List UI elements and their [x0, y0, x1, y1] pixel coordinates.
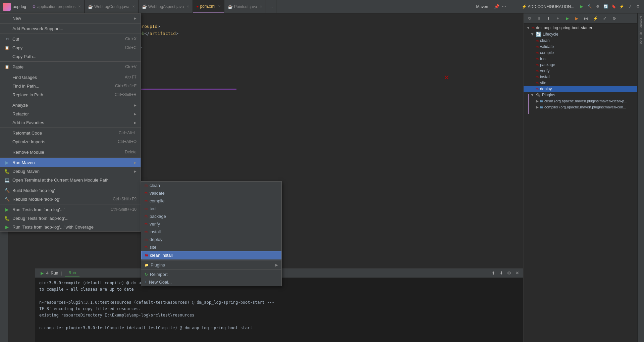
maven-plugin-clean[interactable]: ▶ m clean (org.apache.maven.plugins:mave…	[524, 98, 637, 104]
scroll-up-icon[interactable]: ⬆	[490, 270, 496, 277]
tab-bar: ⚙ application.properties ✕ ☕ WebLogConfi…	[29, 0, 516, 13]
separator-9	[0, 185, 141, 185]
menu-item-run-tests-coverage[interactable]: ▶ Run 'Tests from 'aop-log'...' with Cov…	[0, 223, 141, 231]
maven-goal-test[interactable]: m test	[141, 205, 281, 212]
close-tab-0[interactable]: ✕	[78, 5, 81, 8]
menu-item-build-module[interactable]: 🔨 Build Module 'aop-log'	[0, 186, 141, 195]
maven-lifecycle-group[interactable]: ▼ 🔄 Lifecycle	[524, 31, 637, 38]
console-output: gin:3.8.0:compile (default-compile) @ dm…	[35, 278, 523, 342]
tab-pom-xml[interactable]: ● pom.xml ✕	[193, 0, 224, 13]
menu-item-new[interactable]: New ▶	[0, 14, 141, 22]
maven-goal-validate[interactable]: m validate	[141, 189, 281, 197]
maven-lifecycle-compile[interactable]: m compile	[524, 50, 637, 56]
scroll-down-icon[interactable]: ⬇	[498, 270, 504, 277]
menu-item-debug-maven[interactable]: 🐛 Debug Maven ▶	[0, 167, 141, 176]
menu-item-find-path[interactable]: Find in Path... Ctrl+Shift+F	[0, 82, 141, 90]
maven-goal-compile[interactable]: m compile	[141, 197, 281, 205]
add-configuration-button[interactable]: ⚡ ADD CONFIGURATION...	[519, 3, 577, 10]
maven-plugins-item[interactable]: 📁 Plugins ▶	[141, 261, 281, 269]
menu-item-find-usages[interactable]: Find Usages Alt+F7	[0, 73, 141, 82]
maven-goal-verify[interactable]: m verify	[141, 220, 281, 228]
maven-lifecycle-test[interactable]: m test	[524, 56, 637, 62]
menu-item-optimize[interactable]: Optimize Imports Ctrl+Alt+O	[0, 137, 141, 146]
lightning-icon[interactable]: ⚡	[619, 3, 625, 10]
run-button[interactable]: ▶	[578, 3, 585, 10]
menu-item-open-terminal[interactable]: 💻 Open Terminal at the Current Maven Mod…	[0, 176, 141, 184]
menu-item-framework[interactable]: Add Framework Support...	[0, 24, 141, 33]
maven-plugins-group[interactable]: ▼ 🔌 Plugins	[524, 92, 637, 98]
maven-download-icon[interactable]: ⬇	[536, 15, 542, 22]
maven-goal-package[interactable]: m package	[141, 212, 281, 220]
close-tab-1[interactable]: ✕	[132, 5, 135, 8]
tab-more[interactable]: ...	[266, 0, 276, 13]
maven-run-icon[interactable]: ▶	[564, 15, 571, 22]
bookmark-icon[interactable]: 🔖	[610, 3, 617, 10]
menu-item-replace-path[interactable]: Replace in Path... Ctrl+Shift+R	[0, 90, 141, 99]
menu-item-paste[interactable]: 📋 Paste Ctrl+V	[0, 62, 141, 71]
tab-maven[interactable]: Maven	[473, 0, 492, 13]
menu-item-analyze[interactable]: Analyze ▶	[0, 101, 141, 109]
tab-weblogaspect[interactable]: ☕ WebLogAspect.java ✕	[139, 0, 193, 13]
close-panel-icon[interactable]: —	[508, 3, 515, 10]
maven-run-debug-icon[interactable]: ▶	[573, 15, 580, 22]
maven-skip-icon[interactable]: ⏭	[583, 15, 589, 22]
maven-download-src-icon[interactable]: ⬇	[545, 15, 552, 22]
maven-settings-icon[interactable]: ⚙	[611, 15, 618, 22]
maven-goal-deploy[interactable]: m deploy	[141, 236, 281, 243]
remote-host-icon[interactable]: Remote	[639, 16, 643, 28]
console-line-5: existing resourceDirectory E:\Example\ao…	[39, 312, 519, 319]
pin-icon[interactable]: 📌	[493, 3, 500, 10]
menu-item-refactor[interactable]: Refactor ▶	[0, 109, 141, 118]
tab-application-properties[interactable]: ⚙ application.properties ✕	[29, 0, 85, 13]
maven-lifecycle-validate[interactable]: m validate	[524, 44, 637, 50]
maven-toggle-icon[interactable]: ⚡	[592, 15, 599, 22]
maven-expand-icon[interactable]: ⤢	[601, 15, 608, 22]
maven-lifecycle-site[interactable]: m site	[524, 80, 637, 86]
run-number: 4: Run	[46, 271, 58, 276]
maven-goal-clean[interactable]: m clean	[141, 182, 281, 189]
maven-sync-icon[interactable]: ↻	[526, 15, 533, 22]
maven-project-root[interactable]: ▼ m dm_aop_log-spring-boot-starter	[524, 25, 637, 31]
build-icon[interactable]: 🔨	[586, 3, 593, 10]
filter-icon[interactable]: ⚙	[506, 270, 513, 277]
menu-item-cut[interactable]: ✂ Cut Ctrl+X	[0, 35, 141, 43]
tab-weblogconfig[interactable]: ☕ WebLogConfig.java ✕	[85, 0, 139, 13]
ellipsis-icon[interactable]: ⋯	[501, 3, 507, 10]
maven-goal-clean-install[interactable]: m clean install	[141, 251, 281, 259]
context-menu: New ▶ Add Framework Support... ✂ Cut Ctr…	[0, 13, 141, 232]
settings-icon[interactable]: ⚙	[594, 3, 601, 10]
close-bottom-icon[interactable]: ✕	[514, 270, 521, 277]
menu-item-favorites[interactable]: Add to Favorites ▶	[0, 118, 141, 127]
menu-item-copy-path[interactable]: Copy Path...	[0, 52, 141, 61]
maven-goal-site[interactable]: m site	[141, 243, 281, 251]
maven-lifecycle-install[interactable]: m install	[524, 74, 637, 80]
scroll-indicator[interactable]	[528, 94, 529, 114]
maven-goal-install[interactable]: m install	[141, 228, 281, 236]
update-icon[interactable]: 🔄	[602, 3, 609, 10]
menu-item-remove-module[interactable]: Remove Module Delete	[0, 148, 141, 156]
maven-reimport-item[interactable]: ↻ Reimport	[141, 271, 281, 278]
close-tab-2[interactable]: ✕	[186, 5, 189, 8]
menu-item-run-maven[interactable]: ▶ Run Maven ▶	[0, 158, 141, 167]
menu-item-reformat[interactable]: Reformat Code Ctrl+Alt+L	[0, 129, 141, 137]
menu-item-rebuild-module[interactable]: 🔨 Rebuild Module 'aop-log' Ctrl+Shift+F9	[0, 195, 141, 203]
maven-lifecycle-package[interactable]: m package	[524, 62, 637, 68]
maven-lifecycle-clean[interactable]: m clean	[524, 38, 637, 44]
expand-icon[interactable]: ⤢	[627, 3, 633, 10]
database2-icon[interactable]: DB	[639, 31, 643, 35]
menu-item-run-tests[interactable]: ▶ Run 'Tests from 'aop-log'...' Ctrl+Shi…	[0, 205, 141, 214]
codota-icon[interactable]: Cod	[639, 38, 643, 44]
maven-new-goal-item[interactable]: + New Goal...	[141, 278, 281, 286]
maven-add-icon[interactable]: +	[554, 15, 561, 22]
menu-item-debug-tests[interactable]: 🐛 Debug 'Tests from 'aop-log'...'	[0, 214, 141, 223]
close-tab-3[interactable]: ✕	[218, 4, 221, 8]
gear2-icon[interactable]: ⚙	[635, 3, 641, 10]
maven-lifecycle-verify[interactable]: m verify	[524, 68, 637, 74]
maven-plugin-compiler[interactable]: ▶ m compiler (org.apache.maven.plugins:m…	[524, 104, 637, 110]
close-tab-4[interactable]: ✕	[260, 5, 262, 8]
menu-item-copy[interactable]: 📋 Copy Ctrl+C	[0, 43, 141, 52]
separator-8	[0, 157, 141, 157]
tab-pointcut[interactable]: ☕ Pointcut.java ✕	[224, 0, 266, 13]
maven-lifecycle-deploy[interactable]: m deploy	[524, 86, 637, 92]
tab-run[interactable]: Run	[65, 269, 79, 277]
